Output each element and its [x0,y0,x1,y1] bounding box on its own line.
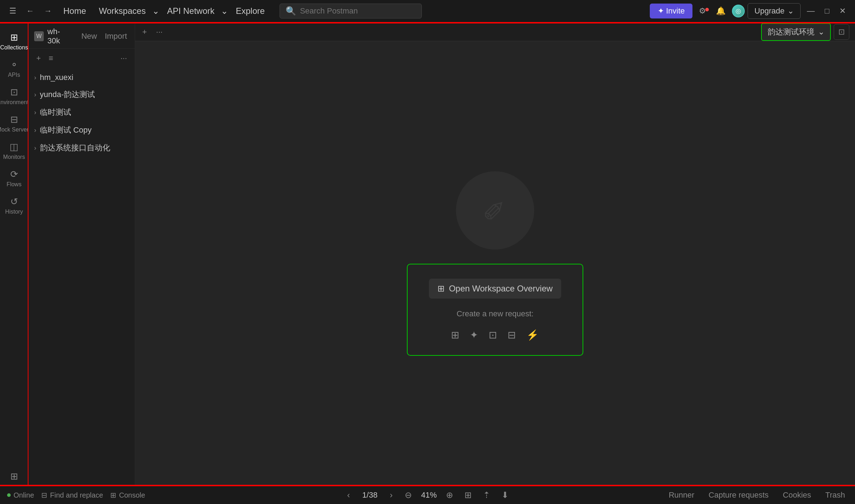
console-button[interactable]: ⊞ Console [110,491,145,499]
filter-collection-button[interactable]: ≡ [47,52,55,64]
chevron-right-icon: › [34,109,36,116]
chevron-right-icon: › [34,127,36,134]
console-icon: ⊞ [110,491,116,499]
main-content-area: + ··· 韵达测试环境 ⌄ ⊡ ✏ ⊞ Open Workspace [135,23,855,486]
collection-name: 临时测试 Copy [40,125,91,135]
cookies-button[interactable]: Cookies [779,488,815,502]
download-button[interactable]: ⬇ [499,489,511,502]
new-tab-button[interactable]: + [139,25,150,39]
collections-label: Collections [0,44,28,51]
online-status[interactable]: Online [7,491,34,499]
avatar-icon: ◎ [735,7,741,15]
environments-icon: ⊡ [10,87,18,98]
online-dot-icon [7,493,11,497]
api-network-button[interactable]: API Network [162,4,219,18]
list-item[interactable]: › 临时测试 [28,103,135,121]
search-bar[interactable]: 🔍 [280,4,422,18]
list-item[interactable]: › 临时测试 Copy [28,121,135,139]
main-layout: ⊞ Collections ⚬ APIs ⊡ Environments ⊟ Mo… [0,23,855,486]
grpc-request-icon[interactable]: ⊡ [489,329,497,341]
find-replace-button[interactable]: ⊟ Find and replace [41,491,103,499]
search-icon: 🔍 [286,6,296,16]
http-request-icon[interactable]: ⊞ [451,329,459,341]
more-collections-button[interactable]: ··· [118,52,129,64]
sidebar-item-extensions[interactable]: ⊞ [1,467,27,486]
new-button[interactable]: New [79,30,99,42]
sidebar-icons: ⊞ Collections ⚬ APIs ⊡ Environments ⊟ Mo… [0,23,28,486]
tab-bar: + ··· 韵达测试环境 ⌄ ⊡ [135,23,855,41]
maximize-button[interactable]: □ [821,4,833,18]
center-area: ✏ ⊞ Open Workspace Overview Create a new… [407,41,583,486]
list-item[interactable]: › yunda-韵达测试 [28,86,135,103]
graphql-request-icon[interactable]: ✦ [470,329,478,341]
environment-edit-button[interactable]: ⊡ [834,24,849,40]
add-collection-button[interactable]: + [34,52,43,64]
collection-name: 韵达系统接口自动化 [40,143,110,153]
request-icons-row: ⊞ ✦ ⊡ ⊟ ⚡ [451,329,539,341]
environment-selector: 韵达测试环境 ⌄ ⊡ [755,23,855,41]
chevron-right-icon: › [34,74,36,81]
bottom-right-actions: Runner Capture requests Cookies Trash [659,488,855,502]
sidebar-item-collections[interactable]: ⊞ Collections [1,28,27,54]
home-button[interactable]: Home [58,4,91,18]
collection-name: 临时测试 [40,107,71,118]
list-item[interactable]: › 韵达系统接口自动化 [28,139,135,157]
upgrade-button[interactable]: Upgrade ⌄ [748,3,800,19]
sidebar-item-history[interactable]: ↺ History [1,193,27,219]
console-label: Console [119,491,145,499]
next-page-button[interactable]: › [386,488,396,502]
collection-name: hm_xuexi [40,73,73,82]
workspaces-button[interactable]: Workspaces [94,4,151,18]
sidebar-item-mock-servers[interactable]: ⊟ Mock Servers [1,111,27,136]
notifications-button[interactable]: 🔔 [712,4,729,18]
trash-button[interactable]: Trash [821,488,849,502]
find-replace-label: Find and replace [50,491,103,499]
open-workspace-overview-button[interactable]: ⊞ Open Workspace Overview [429,279,561,299]
runner-button[interactable]: Runner [664,488,699,502]
list-item[interactable]: › hm_xuexi [28,69,135,86]
minimize-button[interactable]: — [803,4,818,18]
sidebar-item-environments[interactable]: ⊡ Environments [1,83,27,109]
hamburger-menu-button[interactable]: ☰ [6,4,20,18]
workspaces-dropdown[interactable]: Workspaces ⌄ [94,4,159,18]
upgrade-label: Upgrade [754,6,784,16]
zoom-out-button[interactable]: ⊖ [402,489,415,502]
zoom-in-button[interactable]: ⊕ [443,489,456,502]
sidebar-item-monitors[interactable]: ◫ Monitors [1,138,27,164]
prev-page-button[interactable]: ‹ [344,488,354,502]
explore-button[interactable]: Explore [231,4,270,18]
collection-list: › hm_xuexi › yunda-韵达测试 › 临时测试 › 临时测试 Co… [28,68,135,486]
online-label: Online [14,491,34,499]
search-input[interactable] [300,6,416,16]
bottom-status-bar: Online ⊟ Find and replace ⊞ Console ‹ 1/… [0,486,855,504]
websocket-request-icon[interactable]: ⊟ [508,329,516,341]
import-button[interactable]: Import [103,30,129,42]
zoom-value: 41% [418,490,440,500]
workspace-icon: W [34,31,44,41]
share-button[interactable]: ⇡ [480,489,493,502]
forward-button[interactable]: → [41,4,55,18]
sidebar-item-apis[interactable]: ⚬ APIs [1,56,27,82]
api-network-dropdown[interactable]: API Network ⌄ [162,4,228,18]
environment-dropdown[interactable]: 韵达测试环境 ⌄ [761,23,831,41]
mqtt-request-icon[interactable]: ⚡ [526,329,539,341]
workspace-overview-icon: ⊞ [437,284,445,294]
capture-requests-button[interactable]: Capture requests [704,488,773,502]
upgrade-chevron-icon: ⌄ [787,6,794,16]
open-workspace-overview-label: Open Workspace Overview [449,284,553,294]
postman-logo-circle: ✏ [456,171,534,250]
fit-page-button[interactable]: ⊞ [462,489,474,502]
more-tabs-button[interactable]: ··· [153,25,166,39]
sidebar-item-flows[interactable]: ⟳ Flows [1,165,27,191]
history-label: History [5,209,23,215]
invite-button[interactable]: ✦ Invite [650,4,693,18]
flows-label: Flows [7,181,22,188]
back-button[interactable]: ← [23,4,38,18]
bottom-left-actions: Online ⊟ Find and replace ⊞ Console [0,491,659,499]
chevron-right-icon: › [34,144,36,152]
collection-name: yunda-韵达测试 [40,89,95,100]
find-replace-icon: ⊟ [41,491,47,499]
avatar[interactable]: ◎ [732,5,745,17]
close-button[interactable]: ✕ [836,4,849,18]
top-nav-bar: ☰ ← → Home Workspaces ⌄ API Network ⌄ Ex… [0,0,855,23]
